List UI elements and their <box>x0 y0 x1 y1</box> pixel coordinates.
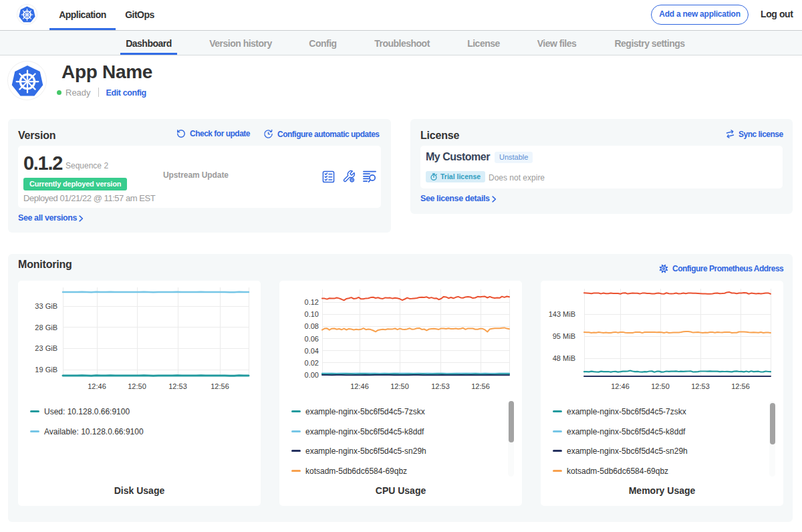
svg-text:12:53: 12:53 <box>691 382 710 390</box>
svg-text:0.08: 0.08 <box>305 322 319 330</box>
svg-text:48 MiB: 48 MiB <box>553 354 575 362</box>
svg-text:28 GiB: 28 GiB <box>35 323 57 331</box>
svg-text:12:53: 12:53 <box>431 382 450 390</box>
svg-text:0.02: 0.02 <box>305 359 319 367</box>
svg-text:0.06: 0.06 <box>305 335 319 343</box>
svg-text:33 GiB: 33 GiB <box>35 302 57 310</box>
svg-text:0.00: 0.00 <box>305 371 319 379</box>
svg-text:143 MiB: 143 MiB <box>549 310 575 318</box>
svg-text:0.10: 0.10 <box>305 310 319 318</box>
svg-text:12:56: 12:56 <box>471 382 490 390</box>
svg-text:12:50: 12:50 <box>651 382 670 390</box>
svg-text:12:53: 12:53 <box>168 382 187 390</box>
svg-text:12:46: 12:46 <box>350 382 369 390</box>
svg-text:12:50: 12:50 <box>128 382 146 390</box>
svg-text:0.04: 0.04 <box>305 347 319 355</box>
svg-text:23 GiB: 23 GiB <box>35 344 57 352</box>
svg-text:12:46: 12:46 <box>611 382 630 390</box>
svg-text:19 GiB: 19 GiB <box>35 366 57 374</box>
svg-text:12:50: 12:50 <box>390 382 409 390</box>
svg-text:95 MiB: 95 MiB <box>553 332 575 340</box>
svg-text:0.12: 0.12 <box>305 298 319 306</box>
svg-text:12:56: 12:56 <box>211 382 229 390</box>
svg-text:12:56: 12:56 <box>731 382 750 390</box>
svg-text:12:46: 12:46 <box>88 382 106 390</box>
